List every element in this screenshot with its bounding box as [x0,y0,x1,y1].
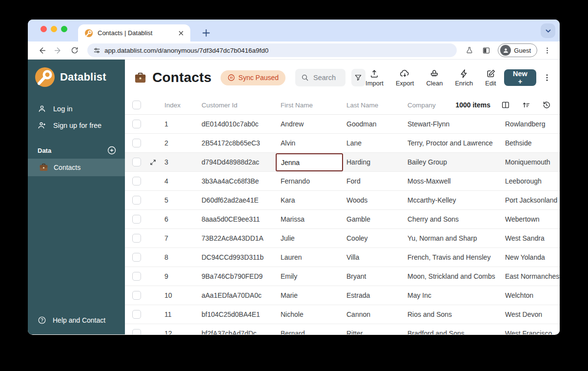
close-window-button[interactable] [41,26,47,32]
cell-customer-id[interactable]: bf2fA37cbAd7dDc [202,330,281,334]
cell-customer-id[interactable]: d794Dd48988d2ac [202,158,281,166]
cell-last-name[interactable]: Gamble [346,215,407,223]
new-item-button[interactable]: New + [504,69,536,86]
cell-index[interactable]: 8 [164,253,202,261]
add-collection-icon[interactable] [107,145,117,155]
cell-index[interactable]: 7 [164,234,202,242]
sidebar-item-login[interactable]: Log in [28,101,125,117]
cell-city[interactable]: Moniquemouth [505,158,560,166]
cell-city[interactable]: West Sandra [505,234,560,242]
url-field[interactable]: app.datablist.com/d/anonymous/7df3d47dc7… [87,43,457,57]
cell-company[interactable]: Bradford and Sons [407,330,505,334]
cell-first-name[interactable]: Bernard [281,330,346,334]
brand-block[interactable]: Datablist [28,60,125,87]
cell-last-name[interactable]: Ritter [346,330,407,334]
row-checkbox[interactable] [132,177,141,186]
cell-last-name[interactable]: Lane [346,139,407,147]
cell-customer-id[interactable]: 9Ba746Cb790FED9 [202,272,281,280]
cell-city[interactable]: New Yolanda [505,253,560,261]
enrich-button[interactable]: Enrich [455,69,473,87]
row-checkbox[interactable] [132,310,141,319]
cell-first-name[interactable]: Alvin [281,139,346,147]
cell-last-name[interactable]: Cooley [346,234,407,242]
cell-first-name[interactable]: Fernando [281,177,346,185]
table-row[interactable]: 68aaa5d0CE9ee311MarissaGambleCherry and … [125,210,560,229]
cell-first-name[interactable]: Kara [281,196,346,204]
row-checkbox[interactable] [132,291,141,300]
browser-tab[interactable]: Contacts | Datablist [78,24,190,41]
sidebar-item-help[interactable]: Help and Contact [28,312,125,329]
row-checkbox[interactable] [132,158,141,166]
cell-customer-id[interactable]: aAa1EDfaA70DA0c [202,291,281,299]
cell-customer-id[interactable]: DC94CCd993D311b [202,253,281,261]
table-row[interactable]: 12bf2fA37cbAd7dDcBernardRitterBradford a… [125,324,560,334]
minimize-window-button[interactable] [51,26,57,32]
cell-company[interactable]: Moon, Strickland and Combs [407,272,505,280]
cell-index[interactable]: 10 [164,291,202,299]
collection-menu-icon[interactable] [543,74,551,82]
row-checkbox[interactable] [132,329,141,334]
back-button[interactable] [35,43,48,57]
cell-customer-id[interactable]: 8aaa5d0CE9ee311 [202,215,281,223]
site-settings-icon[interactable] [93,47,101,54]
row-checkbox[interactable] [132,272,141,281]
edit-button[interactable]: Edit [485,69,496,87]
cell-index[interactable]: 2 [164,139,202,147]
browser-menu-icon[interactable] [540,43,554,57]
cell-city[interactable]: Bethside [505,139,560,147]
cell-customer-id[interactable]: 3b3Aa4aCc68f3Be [202,177,281,185]
cell-city[interactable]: West Francisco [505,330,560,334]
column-header-customer-id[interactable]: Customer Id [202,102,281,109]
cell-city[interactable]: Leeborough [505,177,560,185]
cell-city[interactable]: Port Jacksonland [505,196,560,204]
cell-customer-id[interactable]: 2B54172c8b65eC3 [202,139,281,147]
cell-customer-id[interactable]: 73B22Ac8A43DD1A [202,234,281,242]
experiments-flask-icon[interactable] [463,43,476,57]
table-row[interactable]: 99Ba746Cb790FED9EmilyBryantMoon, Strickl… [125,267,560,286]
history-icon[interactable] [542,101,551,109]
sync-status-badge[interactable]: Sync Paused [221,70,286,85]
cell-first-name[interactable]: Marie [281,291,346,299]
import-button[interactable]: Import [365,69,384,87]
cell-index[interactable]: 1 [164,120,202,128]
sidebar-item-contacts[interactable]: Contacts [28,159,125,176]
cell-city[interactable]: Welchton [505,291,560,299]
table-row[interactable]: 43b3Aa4aCc68f3BeFernandoFordMoss-Maxwell… [125,172,560,191]
cell-index[interactable]: 5 [164,196,202,204]
cell-company[interactable]: Terry, Proctor and Lawrence [407,139,505,147]
table-row[interactable]: 5D60df62ad2ae41EKaraWoodsMccarthy-Kelley… [125,191,560,210]
cell-first-name[interactable]: Marissa [281,215,346,223]
table-row[interactable]: 8DC94CCd993D311bLaurenVillaFrench, Travi… [125,248,560,267]
columns-icon[interactable] [501,101,510,109]
column-header-last-name[interactable]: Last Name [346,102,407,109]
tab-overview-chevron-icon[interactable] [541,23,555,38]
cell-first-name[interactable]: Nichole [281,310,346,318]
cell-index[interactable]: 3 [164,158,202,166]
table-row[interactable]: 773B22Ac8A43DD1AJulieCooleyYu, Norman an… [125,229,560,248]
cell-city[interactable]: Webertown [505,215,560,223]
row-checkbox[interactable] [132,139,141,147]
row-checkbox[interactable] [132,234,141,243]
forward-button[interactable] [51,43,65,57]
cell-first-name[interactable]: Emily [281,272,346,280]
cell-last-name[interactable]: Bryant [346,272,407,280]
sidebar-item-signup[interactable]: Sign up for free [28,117,125,134]
cell-first-name[interactable]: Lauren [281,253,346,261]
cell-index[interactable]: 11 [164,310,202,318]
reload-button[interactable] [68,43,81,57]
cell-index[interactable]: 9 [164,272,202,280]
cell-customer-id[interactable]: D60df62ad2ae41E [202,196,281,204]
profile-button[interactable]: Guest [498,43,537,57]
cell-last-name[interactable]: Cannon [346,310,407,318]
row-checkbox[interactable] [132,253,141,262]
row-checkbox[interactable] [132,196,141,205]
column-header-index[interactable]: Index [164,102,202,109]
expand-row-icon[interactable] [149,159,157,166]
new-tab-button[interactable] [199,25,213,40]
row-checkbox[interactable] [132,120,141,128]
cell-last-name[interactable]: Villa [346,253,407,261]
cell-company[interactable]: Moss-Maxwell [407,177,505,185]
cell-company[interactable]: French, Travis and Hensley [407,253,505,261]
cell-last-name[interactable]: Estrada [346,291,407,299]
cell-city[interactable]: East Normanchester [505,272,560,280]
